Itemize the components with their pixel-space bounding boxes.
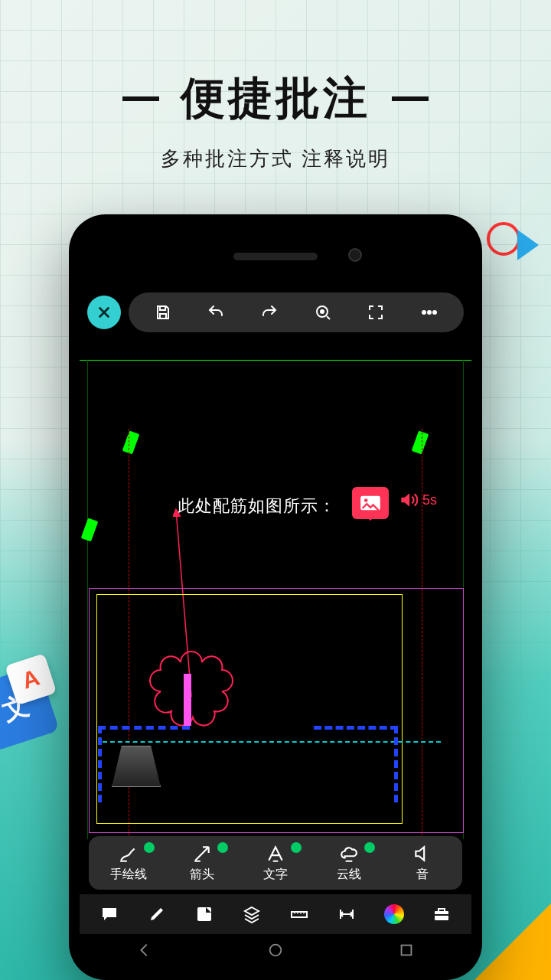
undo-icon — [207, 303, 225, 322]
cad-column — [184, 674, 191, 726]
find-button[interactable] — [309, 299, 337, 326]
cloud-annotation[interactable] — [145, 649, 245, 733]
tool-label: 音 — [416, 867, 429, 883]
fullscreen-icon — [367, 303, 385, 322]
comment-icon — [100, 905, 119, 923]
note-button[interactable] — [191, 900, 218, 928]
hero-title: 便捷批注 — [181, 69, 370, 129]
svg-rect-11 — [439, 909, 445, 912]
nav-back[interactable] — [136, 942, 153, 962]
undo-button[interactable] — [202, 299, 230, 326]
nav-recent[interactable] — [398, 942, 415, 962]
tool-text[interactable]: 文字 — [239, 844, 312, 883]
svg-point-6 — [364, 498, 368, 502]
layers-icon — [243, 905, 261, 923]
image-annotation-chip[interactable] — [352, 487, 389, 519]
audio-icon — [412, 844, 432, 864]
svg-rect-14 — [401, 946, 411, 956]
phone-camera — [348, 248, 362, 262]
toolbox-button[interactable] — [428, 900, 455, 928]
top-row — [87, 292, 464, 332]
top-toolbar — [129, 292, 464, 332]
dash-right — [392, 96, 429, 101]
speaker-icon — [398, 490, 418, 510]
cad-line — [87, 360, 88, 839]
hero: 便捷批注 多种批注方式 注释说明 — [0, 0, 551, 172]
phone-earpiece — [233, 253, 318, 260]
hero-subtitle: 多种批注方式 注释说明 — [0, 145, 551, 172]
phone-frame: 此处配筋如图所示： 5s — [69, 214, 482, 980]
new-badge-icon — [144, 842, 155, 853]
tool-arrow[interactable]: 箭头 — [165, 844, 239, 883]
tool-label: 文字 — [263, 867, 288, 883]
dash-left — [122, 96, 159, 101]
layers-button[interactable] — [238, 900, 266, 928]
nav-home[interactable] — [267, 942, 284, 962]
more-button[interactable] — [416, 299, 443, 326]
svg-rect-9 — [292, 912, 307, 917]
audio-annotation[interactable]: 5s — [398, 490, 437, 510]
svg-point-2 — [422, 311, 425, 314]
svg-point-3 — [428, 311, 431, 314]
svg-point-13 — [270, 945, 282, 956]
hero-title-row: 便捷批注 — [0, 69, 551, 129]
freehand-icon — [119, 844, 139, 864]
close-button[interactable] — [87, 296, 121, 329]
svg-rect-12 — [435, 914, 448, 916]
cad-tick — [412, 430, 429, 454]
color-button[interactable] — [380, 900, 408, 928]
colorwheel-icon — [384, 904, 404, 924]
target-search-icon — [314, 303, 332, 322]
cad-line — [80, 360, 471, 361]
app-screen: 此处配筋如图所示： 5s — [80, 283, 471, 969]
text-icon — [266, 844, 285, 864]
toolbox-icon — [432, 905, 451, 923]
bottom-tool-row — [80, 894, 471, 934]
decor-circle-icon — [487, 222, 520, 256]
dimension-icon — [337, 905, 356, 923]
redo-button[interactable] — [256, 299, 283, 326]
phone-inner: 此处配筋如图所示： 5s — [80, 225, 471, 969]
note-icon — [195, 905, 214, 923]
close-icon — [96, 304, 112, 321]
audio-duration: 5s — [422, 492, 437, 508]
svg-rect-8 — [197, 907, 211, 921]
tool-label: 箭头 — [190, 867, 214, 883]
tool-audio[interactable]: 音 — [386, 844, 459, 883]
save-icon — [154, 303, 172, 322]
decor-triangle-icon — [517, 230, 539, 260]
fullscreen-button[interactable] — [362, 299, 390, 326]
dimension-button[interactable] — [333, 900, 360, 928]
save-button[interactable] — [149, 299, 177, 326]
annotation-tool-row: 手绘线 箭头 文字 云线 — [89, 836, 462, 890]
tool-cloud[interactable]: 云线 — [312, 844, 386, 883]
new-badge-icon — [364, 842, 375, 853]
pencil-icon — [148, 905, 166, 923]
cloud-icon — [339, 844, 359, 864]
arrow-icon — [192, 844, 212, 864]
android-nav — [80, 934, 471, 969]
new-badge-icon — [217, 842, 228, 853]
cad-tick — [81, 518, 99, 541]
more-icon — [420, 303, 439, 322]
tool-label: 云线 — [337, 867, 361, 883]
selection-corner[interactable] — [314, 726, 398, 802]
new-badge-icon — [291, 842, 302, 853]
tool-label: 手绘线 — [110, 867, 147, 883]
measure-button[interactable] — [285, 900, 313, 928]
svg-point-1 — [321, 310, 324, 313]
cad-tick — [122, 430, 140, 454]
tool-freehand[interactable]: 手绘线 — [92, 844, 165, 883]
comment-button[interactable] — [96, 900, 123, 928]
picture-icon — [360, 495, 381, 511]
pencil-button[interactable] — [143, 900, 171, 928]
redo-icon — [260, 303, 279, 322]
ruler-icon — [290, 905, 308, 923]
cad-canvas[interactable]: 此处配筋如图所示： 5s — [80, 337, 471, 839]
svg-point-4 — [433, 311, 436, 314]
